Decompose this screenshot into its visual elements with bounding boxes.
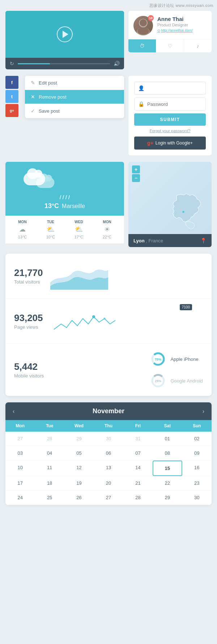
calendar-cell[interactable]: 27 <box>94 490 123 505</box>
calendar-cell[interactable]: 04 <box>35 446 64 461</box>
cloud-2 <box>36 177 55 188</box>
weather-forecast: MON ☁ 13°C TUE ⛅ 10°C WED ⛅ 17°C <box>5 216 124 243</box>
map-footer: Lyon , France 📍 <box>128 234 212 247</box>
weather-main: 13°C Marseille <box>5 162 124 216</box>
tab-clock[interactable]: ⏱ <box>128 39 156 52</box>
facebook-button[interactable]: f <box>5 76 18 89</box>
top-row: ↻ 🔊 <box>5 11 212 69</box>
rain-line <box>68 195 70 199</box>
calendar-cell[interactable]: 15 <box>153 461 182 476</box>
forgot-password-link[interactable]: Forgot your password? <box>134 129 206 133</box>
calendar-cell[interactable]: 09 <box>182 446 212 461</box>
login-form: 👤 🔒 SUBMIT Forgot your password? g+ Logi… <box>128 76 212 155</box>
link-icon: ⊙ <box>157 29 160 33</box>
tab-heart[interactable]: ♡ <box>156 39 184 52</box>
day-label-2: TUE <box>46 220 55 224</box>
calendar-cell[interactable]: 02 <box>182 432 212 446</box>
profile-link[interactable]: ⊙http://annethai.com/ <box>157 29 207 33</box>
calendar-cell[interactable]: 06 <box>94 446 123 461</box>
profile-title: Product Designer <box>157 23 207 27</box>
day-header-wed: Wed <box>64 420 94 432</box>
menu-item-remove[interactable]: ✕ Remove post <box>25 90 124 104</box>
rain-lines <box>13 195 117 199</box>
map-zoom-in[interactable]: + <box>132 165 140 173</box>
day-temp-1: 13°C <box>18 235 27 239</box>
calendar-cell[interactable]: 29 <box>153 490 182 505</box>
username-input[interactable] <box>147 86 202 91</box>
svg-text:25%: 25% <box>155 379 161 383</box>
calendar-cell[interactable]: 01 <box>153 432 182 446</box>
svg-point-2 <box>140 19 147 26</box>
calendar-cell[interactable]: 31 <box>123 432 153 446</box>
pageviews-number: 93,205 <box>14 312 43 324</box>
password-input[interactable] <box>147 101 202 107</box>
calendar-cell[interactable]: 10 <box>5 461 35 476</box>
map-location: Lyon , France <box>133 238 163 243</box>
pageviews-stat: 93,205 Page views <box>14 312 43 330</box>
day-label-4: MON <box>103 220 112 224</box>
visitors-label: Total visitors <box>14 279 43 285</box>
calendar-cell[interactable]: 12 <box>64 461 94 476</box>
calendar-cell[interactable]: 19 <box>64 476 94 490</box>
line-chart-svg <box>50 306 123 335</box>
rain-line <box>59 195 61 199</box>
submit-button[interactable]: SUBMIT <box>134 113 206 126</box>
calendar-cell[interactable]: 21 <box>123 476 153 490</box>
calendar-cell[interactable]: 08 <box>153 446 182 461</box>
day-icon-3: ⛅ <box>75 225 84 233</box>
day-header-sat: Sat <box>153 420 182 432</box>
middle-row: f t g+ ✎ Edit post ✕ Remove post ✓ <box>5 76 212 155</box>
calendar-cell[interactable]: 20 <box>94 476 123 490</box>
volume-icon[interactable]: 🔊 <box>114 61 120 66</box>
progress-bar[interactable] <box>18 63 110 64</box>
calendar-header: ‹ November › <box>5 402 212 420</box>
calendar-cell[interactable]: 23 <box>182 476 212 490</box>
calendar-cell[interactable]: 14 <box>123 461 153 476</box>
calendar-prev[interactable]: ‹ <box>13 408 14 415</box>
video-screen[interactable] <box>5 11 124 58</box>
calendar-cell[interactable]: 07 <box>123 446 153 461</box>
menu-item-edit[interactable]: ✎ Edit post <box>25 76 124 90</box>
calendar-cell[interactable]: 22 <box>153 476 182 490</box>
pageviews-chart: 7100 <box>50 306 203 336</box>
googleplus-button[interactable]: g+ <box>5 104 18 117</box>
day-label-1: MON <box>18 220 27 224</box>
calendar-cell[interactable]: 24 <box>5 490 35 505</box>
calendar-cell[interactable]: 16 <box>182 461 212 476</box>
calendar-cell[interactable]: 27 <box>5 432 35 446</box>
calendar-month: November <box>93 407 124 415</box>
calendar-cell[interactable]: 29 <box>64 432 94 446</box>
calendar-cell[interactable]: 11 <box>35 461 64 476</box>
calendar-cell[interactable]: 28 <box>35 432 64 446</box>
calendar-cell[interactable]: 13 <box>94 461 123 476</box>
repeat-icon[interactable]: ↻ <box>10 61 14 66</box>
menu-item-save[interactable]: ✓ Save post <box>25 104 124 118</box>
google-login-button[interactable]: g+ Login with Google+ <box>134 137 206 150</box>
calendar-next[interactable]: › <box>203 408 204 415</box>
calendar-cell[interactable]: 28 <box>123 490 153 505</box>
weather-map-row: 13°C Marseille MON ☁ 13°C TUE ⛅ 10°C <box>5 162 212 247</box>
calendar-cell[interactable]: 30 <box>94 432 123 446</box>
calendar-cell[interactable]: 18 <box>35 476 64 490</box>
social-buttons: f t g+ <box>5 76 19 118</box>
calendar-cell[interactable]: 05 <box>64 446 94 461</box>
tab-music[interactable]: ♪ <box>184 39 212 52</box>
pageviews-label: Page views <box>14 324 43 330</box>
play-button[interactable] <box>57 26 73 42</box>
android-donut: 25% <box>150 373 166 389</box>
twitter-button[interactable]: t <box>5 90 18 103</box>
remove-icon: ✕ <box>31 94 35 100</box>
mobile-breakdown: 75% Apple iPhone 25% Google Android <box>150 351 203 389</box>
calendar-cell[interactable]: 26 <box>64 490 94 505</box>
play-icon <box>63 31 68 38</box>
map-area[interactable]: + − <box>128 162 212 234</box>
map-zoom-out[interactable]: − <box>132 174 140 182</box>
calendar-cell[interactable]: 30 <box>182 490 212 505</box>
day-label-3: WED <box>75 220 84 224</box>
calendar-cell[interactable]: 25 <box>35 490 64 505</box>
day-header-sun: Sun <box>182 420 212 432</box>
calendar-cell[interactable]: 03 <box>5 446 35 461</box>
calendar-cell[interactable]: 17 <box>5 476 35 490</box>
profile-name: Anne Thai <box>157 16 207 22</box>
rain-line <box>65 195 67 199</box>
